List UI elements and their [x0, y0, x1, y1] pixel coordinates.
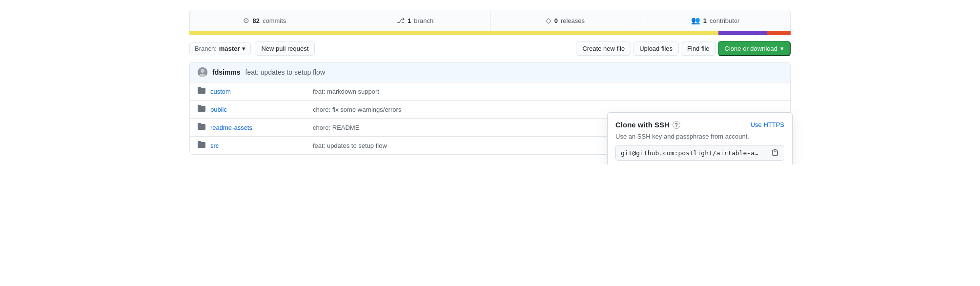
contributors-stat[interactable]: 👥 1 contributor [640, 10, 790, 31]
find-file-button[interactable]: Find file [681, 41, 716, 56]
clone-url-input[interactable] [616, 145, 766, 160]
branches-icon: ⎇ [396, 16, 405, 25]
folder-icon [198, 123, 205, 132]
branch-name: master [219, 45, 240, 52]
file-name[interactable]: custom [210, 88, 308, 95]
clone-dropdown: Clone with SSH ? Use HTTPS Use an SSH ke… [607, 112, 793, 164]
commits-count: 82 [252, 17, 259, 24]
clone-description: Use an SSH key and passphrase from accou… [615, 133, 784, 140]
stats-bar: ⊙ 82 commits ⎇ 1 branch ◇ 0 releases 👥 1… [189, 10, 791, 31]
table-row: custom feat: markdown support [190, 82, 790, 101]
branches-label: branch [414, 17, 433, 24]
releases-label: releases [561, 17, 585, 24]
lang-html [767, 31, 791, 35]
commits-icon: ⊙ [243, 16, 249, 25]
commits-label: commits [263, 17, 286, 24]
contributors-icon: 👥 [691, 16, 700, 25]
branch-dropdown[interactable]: Branch: master ▾ [189, 42, 251, 55]
toolbar-right: Create new file Upload files Find file C… [576, 41, 791, 56]
folder-icon [198, 104, 205, 114]
branches-count: 1 [408, 17, 411, 24]
contributors-label: contributor [710, 17, 739, 24]
file-table-header: fdsimms feat: updates to setup flow [190, 62, 790, 82]
use-https-link[interactable]: Use HTTPS [751, 121, 784, 128]
commits-stat[interactable]: ⊙ 82 commits [190, 10, 340, 31]
commit-message: feat: updates to setup flow [245, 68, 325, 76]
clone-dropdown-icon: ▾ [780, 45, 784, 52]
upload-files-button[interactable]: Upload files [633, 41, 679, 56]
branch-dropdown-icon: ▾ [242, 45, 245, 52]
contributors-count: 1 [703, 17, 707, 24]
file-commit: feat: markdown support [313, 88, 782, 95]
folder-icon [198, 141, 205, 150]
copy-url-button[interactable] [766, 145, 784, 160]
language-bar [189, 31, 791, 35]
releases-stat[interactable]: ◇ 0 releases [490, 10, 641, 31]
find-file-label: Find file [687, 45, 710, 52]
help-icon[interactable]: ? [673, 121, 680, 129]
create-new-file-button[interactable]: Create new file [576, 41, 631, 56]
file-name[interactable]: public [210, 106, 308, 113]
clone-title: Clone with SSH ? [615, 121, 680, 129]
file-name[interactable]: src [210, 142, 308, 149]
clone-or-download-button[interactable]: Clone or download ▾ [718, 41, 791, 56]
clone-or-download-label: Clone or download [725, 45, 777, 52]
lang-js [189, 31, 718, 35]
lang-css [718, 31, 767, 35]
clone-header: Clone with SSH ? Use HTTPS [615, 121, 784, 129]
toolbar: Branch: master ▾ New pull request Create… [189, 35, 791, 62]
commit-author: fdsimms [212, 68, 241, 76]
folder-icon [198, 86, 205, 96]
page-wrapper: ⊙ 82 commits ⎇ 1 branch ◇ 0 releases 👥 1… [178, 0, 802, 164]
clone-url-row [615, 145, 784, 161]
upload-files-label: Upload files [639, 45, 673, 52]
clone-title-text: Clone with SSH [615, 121, 670, 129]
svg-point-1 [201, 69, 204, 73]
new-pull-request-button[interactable]: New pull request [255, 41, 315, 56]
releases-icon: ◇ [546, 16, 551, 25]
branches-stat[interactable]: ⎇ 1 branch [340, 10, 490, 31]
file-name[interactable]: readme-assets [210, 124, 308, 131]
create-new-file-label: Create new file [582, 45, 625, 52]
branch-label: Branch: [195, 45, 217, 52]
new-pull-request-label: New pull request [261, 45, 308, 52]
toolbar-left: Branch: master ▾ New pull request [189, 41, 315, 56]
avatar [198, 67, 207, 77]
releases-count: 0 [554, 17, 558, 24]
